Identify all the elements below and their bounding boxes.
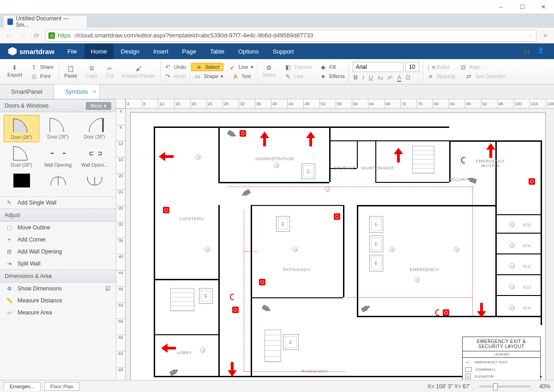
shape-tool-button[interactable]: ▭Shape▾ [191,72,226,80]
outlet-icon [509,284,515,289]
back-button[interactable]: ← [4,32,14,39]
line-tool-button[interactable]: ↙Line▾ [226,63,256,71]
window-close-button[interactable]: ✕ [533,0,554,14]
camera-icon [169,369,177,376]
menu-support[interactable]: Support [266,43,301,59]
alarm-icon [240,130,246,137]
add-single-wall-button[interactable]: ✎Add Single Wall [0,196,116,209]
measure-area-button[interactable]: ▱Measure Area [0,307,116,319]
more-button[interactable]: More▾ [86,102,111,110]
help-icon[interactable]: 🎧 [524,47,532,55]
ribbon-toolbar: ⬇Export ⇪Share ⎙Print 📋Paste ⧉Copy ✂Cut … [0,59,554,84]
elevator-icon: E [369,216,383,233]
font-name-input[interactable] [353,62,403,72]
paste-button[interactable]: 📋Paste [60,64,81,79]
tab-symbols[interactable]: Symbols✕ [54,84,100,99]
themes-button[interactable]: ◧Themes [282,63,315,71]
logo-icon [8,47,17,55]
symbol-double-door[interactable] [40,170,76,192]
camera-icon [261,304,269,312]
window-minimize-button[interactable]: ─ [490,0,512,14]
export-button[interactable]: ⬇Export [4,63,26,80]
elevator-icon: E [283,334,299,350]
text-tool-button[interactable]: AText [229,72,253,80]
symbol-door-28-fill[interactable]: Door (28") [4,143,39,169]
font-size-input[interactable] [405,62,419,72]
floor-plan-page[interactable]: ADMINISTRATION STORAGE MAINTENANCE SECUR… [130,112,546,380]
print-button[interactable]: ⎙Print [28,72,56,80]
cut-button[interactable]: ✂Cut [102,64,117,79]
text-direction-button[interactable]: ⇄Text Direction [462,72,508,80]
underline-button[interactable]: U [369,74,373,82]
subscript-button[interactable]: x₂ [378,74,383,82]
align-button[interactable]: ⊟Align [457,63,483,71]
symbol-door-28[interactable]: Door (28") [4,115,39,142]
outlet-icon [292,247,298,252]
copy-button[interactable]: ⧉Copy [82,64,101,79]
menu-table[interactable]: Table [204,43,231,59]
line-style-button[interactable]: ✎Line [282,72,315,80]
bullet-button[interactable]: ⋮≡Bullet [424,63,452,71]
close-tab-icon[interactable]: ✕ [92,89,96,95]
superscript-button[interactable]: x² [388,74,393,82]
menu-insert[interactable]: Insert [147,43,175,59]
zoom-slider[interactable] [479,386,530,387]
bullet-icon: ⋮≡ [427,63,434,71]
menu-design[interactable]: Design [114,43,146,59]
checkbox-checked-icon[interactable]: ☑ [105,285,110,292]
url-input[interactable]: 🔒 https://cloud.smartdraw.com/editor.asp… [45,30,536,42]
browser-tab[interactable]: Untitled Document — Sm... [4,16,87,28]
spacing-button[interactable]: ≡Spacing [424,72,458,80]
measure-distance-button[interactable]: 📏Measure Distance [0,295,116,307]
redo-button[interactable]: ↷Redo [162,72,189,80]
ruler-corner [116,99,126,109]
tab-smartpanel[interactable]: SmartPanel [0,84,54,99]
phone-icon [230,294,234,300]
outlet-icon [389,247,395,252]
symbol-wall-opening-2[interactable]: ⊏⊐Wall Openi... [77,143,112,169]
italic-button[interactable]: I [362,74,364,82]
move-outline-button[interactable]: ⬚Move Outline [0,222,116,234]
symbol-grid: Door (28") Door (28") Door (28") Door (2… [0,112,116,194]
bold-button[interactable]: B [354,74,358,82]
label-storage: STORAGE [334,166,355,170]
sheet-tab-emergency[interactable]: Emergen... [4,382,41,391]
redo-icon: ↷ [164,72,172,80]
browser-menu-button[interactable]: ≡ [540,32,550,39]
undo-button[interactable]: ↶Undo [162,63,189,71]
symbol-wall-opening[interactable]: Wall Opening [40,143,76,169]
zoom-level: 40% [539,383,550,390]
sheet-tab-floorplan[interactable]: Floor Plan [44,382,79,391]
add-corner-button[interactable]: +Add Corner [0,234,116,246]
split-wall-button[interactable]: ⇥Split Wall [0,258,116,270]
symbol-double-door-out[interactable] [77,170,112,192]
window-maximize-button[interactable]: ☐ [512,0,533,14]
phone-icon [461,157,465,163]
fill-button[interactable]: ◆Fill [317,63,347,71]
share-button[interactable]: ⇪Share [28,63,56,71]
status-bar: Emergen... Floor Plan X= 108' 3" Y= 67' … [0,380,554,392]
symbol-wall-solid[interactable] [4,170,39,192]
select-tool-button[interactable]: ➤Select [191,63,223,71]
reload-button[interactable]: ⟳ [31,32,42,39]
omega-button[interactable]: Ω [406,74,410,82]
menu-options[interactable]: Options [232,43,265,59]
bookmark-star-icon[interactable]: ☆ [528,32,533,39]
symbol-door-28-rev[interactable]: Door (28") [77,115,112,142]
menu-page[interactable]: Page [176,43,203,59]
effects-button[interactable]: ★Effects [317,72,347,80]
font-color-button[interactable]: A [397,74,401,82]
app-logo[interactable]: smartdraw [3,47,60,55]
format-painter-button[interactable]: 🖌Format Painter [118,64,159,79]
outlet-icon [509,222,515,227]
canvas[interactable]: 4812162024283236404448525660646872768084… [116,99,554,380]
forward-button[interactable]: → [18,32,28,39]
show-dimensions-toggle[interactable]: ⚙Show Dimensions☑ [0,283,116,295]
styles-button[interactable]: ✿Styles [259,63,280,80]
add-wall-opening-button[interactable]: ⊟Add Wall Opening [0,246,116,258]
menu-home[interactable]: Home [84,43,114,59]
menu-file[interactable]: File [61,43,84,59]
user-icon[interactable]: 👤 [537,47,546,55]
styles-icon: ✿ [265,64,273,71]
symbol-door-28-arc[interactable]: Door (28") [40,115,76,142]
